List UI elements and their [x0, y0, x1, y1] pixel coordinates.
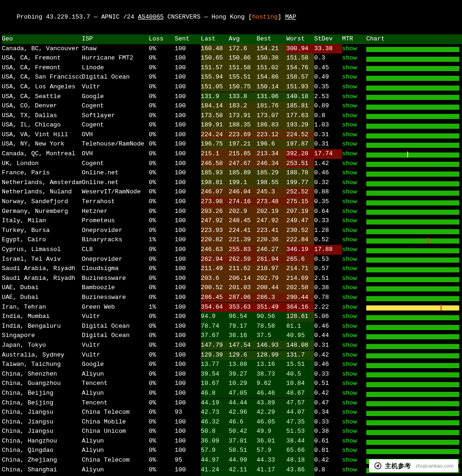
map-link[interactable]: MAP: [285, 13, 296, 20]
mtr-show-link[interactable]: show: [342, 188, 357, 195]
table-row: Netherlands, AmsterdamOnline.net0%100198…: [2, 178, 462, 188]
mtr-show-link[interactable]: show: [342, 284, 357, 291]
table-row: China, JiangsuChina Telecom0%9342.7342.9…: [2, 408, 462, 417]
mtr-show-link[interactable]: show: [342, 179, 357, 186]
mtr-show-link[interactable]: show: [342, 150, 357, 157]
cell-last: 36.09: [201, 436, 229, 446]
cell-sent: 100: [175, 360, 201, 370]
cell-avg: 353.63: [229, 303, 257, 312]
mtr-show-link[interactable]: show: [342, 236, 357, 243]
cell-chart: [366, 189, 462, 196]
cell-geo: Taiwan, Taichung: [2, 360, 82, 370]
cell-loss: 0%: [149, 360, 175, 370]
cell-geo: China, Shanghai: [2, 465, 82, 475]
mtr-show-link[interactable]: show: [342, 370, 357, 377]
mtr-show-link[interactable]: show: [342, 275, 357, 282]
mtr-show-link[interactable]: show: [342, 304, 357, 311]
chart-bar: [366, 411, 459, 416]
col-loss[interactable]: Loss: [149, 34, 175, 44]
mtr-show-link[interactable]: show: [342, 112, 357, 119]
chart-bar: [366, 219, 459, 225]
mtr-show-link[interactable]: show: [342, 332, 357, 339]
cell-mtr: show: [342, 398, 366, 408]
cell-best: 246.27: [257, 245, 286, 255]
mtr-show-link[interactable]: show: [342, 418, 357, 425]
chart-bar: [366, 420, 459, 425]
cell-stdev: 0.52: [314, 235, 342, 245]
cell-sent: 100: [175, 82, 201, 92]
mtr-show-link[interactable]: show: [342, 437, 357, 444]
chart-bar: [366, 152, 459, 158]
mtr-show-link[interactable]: show: [342, 208, 357, 215]
cell-geo: Israel, Tel Aviv: [2, 255, 82, 264]
col-worst[interactable]: Worst: [286, 34, 314, 44]
cell-last: 50.8: [201, 427, 229, 436]
cell-avg: 147.54: [229, 341, 257, 350]
mtr-show-link[interactable]: show: [342, 169, 357, 176]
mtr-show-link[interactable]: show: [342, 246, 357, 253]
col-isp[interactable]: ISP: [82, 34, 149, 44]
table-row: USA, CA, FremontHurricane FMT20%100150.6…: [2, 53, 462, 63]
mtr-show-link[interactable]: show: [342, 131, 357, 138]
cell-loss: 0%: [149, 312, 175, 322]
mtr-show-link[interactable]: show: [342, 64, 357, 71]
mtr-show-link[interactable]: show: [342, 380, 357, 387]
mtr-show-link[interactable]: show: [342, 227, 357, 234]
cell-best: 246.34: [257, 159, 286, 169]
cell-chart: [366, 170, 462, 177]
col-last[interactable]: Last: [201, 34, 229, 44]
mtr-show-link[interactable]: show: [342, 294, 357, 301]
mtr-show-link[interactable]: show: [342, 399, 357, 406]
cell-worst: 158.57: [286, 73, 314, 82]
cell-last: 185.93: [201, 168, 229, 178]
mtr-show-link[interactable]: show: [342, 83, 357, 90]
mtr-show-link[interactable]: show: [342, 217, 357, 224]
cell-avg: 46.6: [229, 417, 257, 427]
col-mtr[interactable]: MTR: [342, 34, 366, 44]
asn-link[interactable]: AS40065: [138, 13, 164, 20]
mtr-show-link[interactable]: show: [342, 140, 357, 147]
table-row: USA, TX, DallasSoftlayer0%100173.58173.9…: [2, 111, 462, 121]
mtr-show-link[interactable]: show: [342, 160, 357, 167]
table-row: India, BengaluruDigital Ocean0%10078.747…: [2, 322, 462, 331]
mtr-show-link[interactable]: show: [342, 342, 357, 349]
mtr-show-link[interactable]: show: [342, 466, 357, 473]
mtr-show-link[interactable]: show: [342, 361, 357, 368]
mtr-show-link[interactable]: show: [342, 256, 357, 263]
mtr-show-link[interactable]: show: [342, 390, 357, 397]
mtr-show-link[interactable]: show: [342, 351, 357, 358]
cell-worst: 214.71: [286, 264, 314, 274]
mtr-show-link[interactable]: show: [342, 73, 357, 80]
col-best[interactable]: Best: [257, 34, 286, 44]
table-row: Germany, NurembergHetzner0%100203.26202.…: [2, 207, 462, 217]
mtr-show-link[interactable]: show: [342, 456, 357, 463]
mtr-show-link[interactable]: show: [342, 102, 357, 109]
cell-sent: 100: [175, 427, 201, 436]
col-geo[interactable]: Geo: [2, 34, 82, 44]
table-row: China, QingdaoAliyun0%10057.958.5157.965…: [2, 446, 462, 456]
col-avg[interactable]: Avg: [229, 34, 257, 44]
cell-sent: 100: [175, 350, 201, 360]
mtr-show-link[interactable]: show: [342, 265, 357, 272]
cell-mtr: show: [342, 101, 366, 111]
cell-sent: 100: [175, 283, 201, 293]
mtr-show-link[interactable]: show: [342, 313, 357, 320]
cell-stdev: 0.61: [314, 436, 342, 446]
col-sent[interactable]: Sent: [175, 34, 201, 44]
table-row: France, ParisOnline.net0%100185.93185.89…: [2, 168, 462, 178]
mtr-show-link[interactable]: show: [342, 409, 357, 416]
mtr-show-link[interactable]: show: [342, 428, 357, 435]
mtr-show-link[interactable]: show: [342, 447, 357, 454]
mtr-show-link[interactable]: show: [342, 54, 357, 61]
chart-bar: [366, 305, 459, 311]
col-stdev[interactable]: StDev: [314, 34, 342, 44]
mtr-show-link[interactable]: show: [342, 93, 357, 100]
mtr-show-link[interactable]: show: [342, 121, 357, 128]
mtr-show-link[interactable]: show: [342, 323, 357, 330]
cell-best: 273.48: [257, 197, 286, 207]
mtr-show-link[interactable]: show: [342, 198, 357, 205]
cell-avg: 247.67: [229, 159, 257, 169]
cell-geo: UAE, Dubai: [2, 283, 82, 293]
mtr-show-link[interactable]: show: [342, 45, 357, 52]
cell-best: 223.12: [257, 130, 286, 140]
